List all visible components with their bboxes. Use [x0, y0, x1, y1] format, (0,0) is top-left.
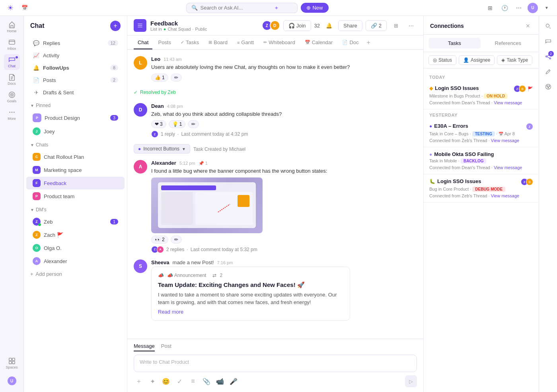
- iconbar-user-profile[interactable]: U: [4, 373, 20, 389]
- clock-icon[interactable]: 🕐: [499, 2, 510, 14]
- input-tab-message[interactable]: Message: [134, 343, 155, 351]
- iconbar-spaces[interactable]: Spaces: [4, 355, 20, 371]
- subtab-references[interactable]: References: [482, 38, 534, 49]
- tab-board[interactable]: ⊞ Board: [204, 35, 232, 49]
- send-button[interactable]: ▷: [405, 375, 417, 387]
- connections-button[interactable]: 🔗 2: [366, 20, 387, 31]
- tab-calendar[interactable]: 📅 Calendar: [301, 35, 337, 49]
- rightbar-palette-icon[interactable]: [542, 80, 555, 93]
- sidebar-item-product-team[interactable]: P Product team: [26, 190, 125, 203]
- calendar-icon[interactable]: 📅: [19, 2, 30, 14]
- sidebar-item-product-design[interactable]: P Product Design 3: [26, 111, 125, 125]
- layout-icon[interactable]: ⊞: [390, 20, 402, 31]
- search-bar[interactable]: 🔍 ✦: [186, 3, 298, 13]
- tab-add-button[interactable]: +: [364, 36, 373, 49]
- share-button[interactable]: Share: [338, 20, 362, 31]
- add-person-button[interactable]: + Add person: [24, 269, 127, 279]
- input-tab-post[interactable]: Post: [161, 343, 171, 351]
- conn4-view-link[interactable]: View message: [491, 193, 519, 198]
- tab-chat[interactable]: Chat: [134, 35, 152, 49]
- reaction-thumbsup[interactable]: 👍 1: [151, 74, 168, 82]
- sidebar-item-zeb[interactable]: Z Zeb 1: [26, 215, 125, 228]
- reaction-edit[interactable]: ✏: [188, 120, 199, 128]
- format-icon[interactable]: ≡: [188, 376, 198, 386]
- iconbar-more[interactable]: More: [4, 107, 20, 123]
- edit-emoji: ✏: [191, 121, 195, 127]
- emoji-icon[interactable]: 😊: [161, 376, 171, 386]
- sidebar-item-followups[interactable]: 🔔 FollowUps 8: [26, 62, 125, 74]
- join-button[interactable]: 🎧 Join: [283, 20, 311, 31]
- close-panel-button[interactable]: ✕: [524, 21, 532, 30]
- filter-task-type[interactable]: ◈ Task Type: [497, 55, 532, 65]
- connection-e30a[interactable]: ● E30A – Errors Z Task in Core – Bugs · …: [424, 119, 539, 147]
- tab-gantt[interactable]: ≡ Gantt: [233, 35, 258, 49]
- mic-icon[interactable]: 🎤: [228, 376, 239, 386]
- dms-section-header[interactable]: ▼ DM's: [24, 204, 127, 214]
- sidebar-item-drafts[interactable]: ✈ Drafts & Sent: [26, 86, 125, 98]
- olga-label: Olga O.: [44, 245, 118, 251]
- reaction-edit2[interactable]: ✏: [171, 236, 182, 244]
- video-icon[interactable]: 📹: [215, 376, 225, 386]
- iconbar-chat[interactable]: Chat: [4, 54, 20, 70]
- sidebar-item-posts[interactable]: 📄 Posts 2: [26, 74, 125, 86]
- pinned-section-header[interactable]: ▼ Pinned: [24, 99, 127, 110]
- chevron-down-icon[interactable]: ▼: [541, 2, 552, 14]
- chats-section-header[interactable]: ▼ Chats: [24, 139, 127, 149]
- read-more-link[interactable]: Read more: [158, 309, 343, 315]
- rightbar-edit-icon[interactable]: [542, 65, 555, 78]
- conn3-view-link[interactable]: View message: [494, 165, 522, 170]
- rightbar-search-icon[interactable]: [542, 20, 555, 33]
- task-tag[interactable]: ● Incorrect Buttons ▼: [134, 144, 190, 154]
- sidebar-item-olga[interactable]: O Olga O.: [26, 242, 125, 254]
- reaction-bulb[interactable]: 💡 1: [169, 120, 186, 128]
- filter-status[interactable]: ◎ Status: [428, 55, 456, 65]
- message-input-box[interactable]: Write to Chat Product: [134, 355, 417, 372]
- sparkle-icon[interactable]: ✦: [147, 376, 158, 386]
- rightbar-connections-icon[interactable]: 2: [542, 50, 555, 63]
- tab-doc[interactable]: 📄 Doc: [338, 35, 362, 49]
- tab-tasks[interactable]: ✓ Tasks: [177, 35, 203, 49]
- sidebar-item-zach[interactable]: Z Zach 🚩: [26, 228, 125, 241]
- post-card-header: 📣 📣 Announcement ⇄ 2: [158, 273, 343, 278]
- search-input[interactable]: [200, 5, 272, 11]
- conn2-view-link[interactable]: View message: [491, 138, 519, 143]
- tab-whiteboard[interactable]: ✏ Whiteboard: [259, 35, 299, 49]
- tab-posts[interactable]: Posts: [154, 35, 175, 49]
- iconbar-inbox[interactable]: Inbox: [4, 37, 20, 53]
- sidebar-item-marketing-space[interactable]: M Marketing space: [26, 164, 125, 176]
- conn1-view-link[interactable]: View message: [494, 100, 522, 105]
- connection-okta[interactable]: ● Mobile Okta SSO Failing Task in Mobile…: [424, 147, 539, 174]
- reaction-eyes[interactable]: 👀 2: [151, 236, 168, 244]
- task-circle-conn3: ●: [429, 152, 432, 157]
- add-attachment-icon[interactable]: ＋: [134, 376, 144, 386]
- reaction-pencil[interactable]: ✏: [171, 74, 182, 82]
- bell-icon[interactable]: 🔔: [323, 20, 335, 31]
- iconbar-chat-label: Chat: [8, 64, 16, 68]
- dean-thread[interactable]: Z 1 reply · Last comment today at 4:32 p…: [151, 131, 417, 138]
- new-chat-button[interactable]: +: [110, 21, 121, 31]
- more-header-icon[interactable]: ⋯: [405, 20, 417, 31]
- iconbar-home[interactable]: Home: [4, 19, 20, 35]
- reaction-heart[interactable]: ❤ 3: [151, 120, 166, 128]
- filter-assignee[interactable]: 👤 Assignee: [459, 55, 495, 65]
- subtab-tasks[interactable]: Tasks: [428, 38, 481, 49]
- rightbar-chat-icon[interactable]: [542, 35, 555, 48]
- sidebar-item-feedback[interactable]: F Feedback: [26, 177, 125, 189]
- user-avatar[interactable]: U: [528, 3, 538, 13]
- grid-icon[interactable]: ⊞: [485, 2, 496, 14]
- sidebar-item-chat-rollout[interactable]: C Chat Rollout Plan: [26, 150, 125, 163]
- app-logo-icon[interactable]: ☀: [5, 2, 16, 14]
- paperclip-icon[interactable]: 📎: [201, 376, 212, 386]
- iconbar-docs[interactable]: Docs: [4, 72, 20, 88]
- alexander-thread[interactable]: Z A 2 replies · Last comment today at 5:…: [151, 246, 417, 253]
- check-icon[interactable]: ✓: [174, 376, 185, 386]
- connection-login-sso-debug[interactable]: 🐛 Login SSO Issues Z D Bug in Core Produ…: [424, 174, 539, 203]
- iconbar-goals[interactable]: Goals: [4, 89, 20, 105]
- sidebar-item-alexander[interactable]: A Alexander: [26, 255, 125, 267]
- sidebar-item-joey[interactable]: J Joey: [26, 125, 125, 138]
- connection-login-sso-today[interactable]: ◆ Login SSO Issues Z D 🚩 Milestone in: [424, 81, 539, 109]
- sidebar-item-activity[interactable]: 📈 Activity: [26, 49, 125, 61]
- new-button[interactable]: ⊕ New: [301, 3, 328, 13]
- sidebar-item-replies[interactable]: 💬 Replies 12: [26, 37, 125, 49]
- apps-icon[interactable]: ⋯: [513, 2, 524, 14]
